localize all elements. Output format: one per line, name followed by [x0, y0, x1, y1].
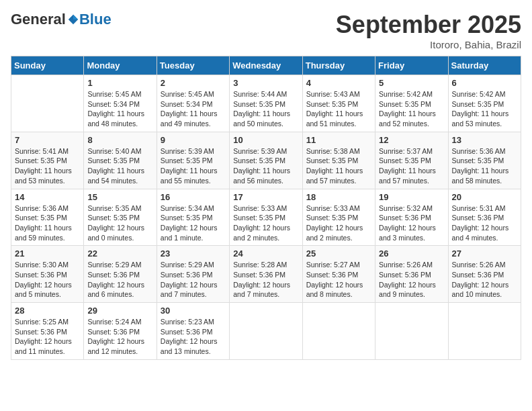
day-number: 5: [379, 78, 444, 88]
day-number: 23: [161, 248, 226, 259]
day-number: 28: [15, 306, 80, 316]
day-info: Sunrise: 5:29 AM Sunset: 5:36 PM Dayligh…: [87, 260, 152, 300]
day-number: 6: [452, 78, 517, 88]
calendar-cell: 15Sunrise: 5:35 AM Sunset: 5:35 PM Dayli…: [84, 189, 157, 246]
calendar-table: SundayMondayTuesdayWednesdayThursdayFrid…: [11, 56, 521, 360]
day-number: 25: [306, 248, 371, 259]
calendar-cell: 29Sunrise: 5:24 AM Sunset: 5:36 PM Dayli…: [84, 303, 157, 360]
day-info: Sunrise: 5:33 AM Sunset: 5:35 PM Dayligh…: [233, 203, 298, 243]
col-header-wednesday: Wednesday: [230, 56, 302, 75]
day-number: 19: [379, 192, 444, 202]
day-info: Sunrise: 5:31 AM Sunset: 5:36 PM Dayligh…: [452, 203, 517, 243]
day-info: Sunrise: 5:37 AM Sunset: 5:35 PM Dayligh…: [379, 146, 444, 186]
location-subtitle: Itororo, Bahia, Brazil: [336, 39, 521, 50]
day-info: Sunrise: 5:43 AM Sunset: 5:35 PM Dayligh…: [306, 89, 371, 129]
day-info: Sunrise: 5:27 AM Sunset: 5:36 PM Dayligh…: [306, 260, 371, 300]
logo-general-text: General: [11, 11, 66, 28]
calendar-cell: 25Sunrise: 5:27 AM Sunset: 5:36 PM Dayli…: [302, 246, 375, 303]
day-number: 11: [306, 135, 371, 145]
calendar-header-row: SundayMondayTuesdayWednesdayThursdayFrid…: [11, 56, 521, 75]
day-info: Sunrise: 5:36 AM Sunset: 5:35 PM Dayligh…: [15, 203, 80, 243]
calendar-week-4: 21Sunrise: 5:30 AM Sunset: 5:36 PM Dayli…: [11, 246, 521, 303]
day-info: Sunrise: 5:44 AM Sunset: 5:35 PM Dayligh…: [233, 89, 298, 129]
col-header-friday: Friday: [375, 56, 448, 75]
day-number: 8: [87, 135, 152, 145]
calendar-cell: 19Sunrise: 5:32 AM Sunset: 5:36 PM Dayli…: [375, 189, 448, 246]
day-info: Sunrise: 5:45 AM Sunset: 5:34 PM Dayligh…: [161, 89, 226, 129]
calendar-cell: 17Sunrise: 5:33 AM Sunset: 5:35 PM Dayli…: [230, 189, 302, 246]
day-number: 22: [87, 248, 152, 259]
day-info: Sunrise: 5:42 AM Sunset: 5:35 PM Dayligh…: [452, 89, 517, 129]
day-info: Sunrise: 5:33 AM Sunset: 5:35 PM Dayligh…: [306, 203, 371, 243]
calendar-cell: [302, 303, 375, 360]
calendar-cell: 12Sunrise: 5:37 AM Sunset: 5:35 PM Dayli…: [375, 132, 448, 189]
calendar-cell: 10Sunrise: 5:39 AM Sunset: 5:35 PM Dayli…: [230, 132, 302, 189]
col-header-monday: Monday: [84, 56, 157, 75]
calendar-cell: 14Sunrise: 5:36 AM Sunset: 5:35 PM Dayli…: [11, 189, 84, 246]
col-header-tuesday: Tuesday: [157, 56, 229, 75]
calendar-cell: 5Sunrise: 5:42 AM Sunset: 5:35 PM Daylig…: [375, 75, 448, 132]
day-number: 30: [161, 306, 226, 316]
calendar-cell: 9Sunrise: 5:39 AM Sunset: 5:35 PM Daylig…: [157, 132, 229, 189]
calendar-cell: 13Sunrise: 5:36 AM Sunset: 5:35 PM Dayli…: [448, 132, 521, 189]
calendar-week-2: 7Sunrise: 5:41 AM Sunset: 5:35 PM Daylig…: [11, 132, 521, 189]
calendar-cell: [375, 303, 448, 360]
day-info: Sunrise: 5:40 AM Sunset: 5:35 PM Dayligh…: [87, 146, 152, 186]
logo-blue-text: Blue: [79, 11, 112, 28]
day-info: Sunrise: 5:26 AM Sunset: 5:36 PM Dayligh…: [379, 260, 444, 300]
day-info: Sunrise: 5:26 AM Sunset: 5:36 PM Dayligh…: [452, 260, 517, 300]
day-info: Sunrise: 5:39 AM Sunset: 5:35 PM Dayligh…: [233, 146, 298, 186]
day-info: Sunrise: 5:28 AM Sunset: 5:36 PM Dayligh…: [233, 260, 298, 300]
day-number: 15: [87, 192, 152, 202]
logo: General Blue: [11, 11, 112, 28]
day-number: 24: [233, 248, 298, 259]
calendar-cell: 22Sunrise: 5:29 AM Sunset: 5:36 PM Dayli…: [84, 246, 157, 303]
title-block: September 2025 Itororo, Bahia, Brazil: [336, 11, 521, 50]
calendar-cell: 27Sunrise: 5:26 AM Sunset: 5:36 PM Dayli…: [448, 246, 521, 303]
day-number: 12: [379, 135, 444, 145]
day-number: 14: [15, 192, 80, 202]
day-number: 9: [161, 135, 226, 145]
calendar-cell: [11, 75, 84, 132]
day-number: 29: [87, 306, 152, 316]
day-number: 21: [15, 248, 80, 259]
calendar-cell: 30Sunrise: 5:23 AM Sunset: 5:36 PM Dayli…: [157, 303, 229, 360]
svg-marker-1: [73, 15, 78, 19]
calendar-cell: 28Sunrise: 5:25 AM Sunset: 5:36 PM Dayli…: [11, 303, 84, 360]
month-title: September 2025: [336, 11, 521, 39]
day-number: 26: [379, 248, 444, 259]
col-header-sunday: Sunday: [11, 56, 84, 75]
calendar-week-5: 28Sunrise: 5:25 AM Sunset: 5:36 PM Dayli…: [11, 303, 521, 360]
day-info: Sunrise: 5:38 AM Sunset: 5:35 PM Dayligh…: [306, 146, 371, 186]
calendar-cell: 23Sunrise: 5:29 AM Sunset: 5:36 PM Dayli…: [157, 246, 229, 303]
calendar-cell: 18Sunrise: 5:33 AM Sunset: 5:35 PM Dayli…: [302, 189, 375, 246]
day-info: Sunrise: 5:29 AM Sunset: 5:36 PM Dayligh…: [161, 260, 226, 300]
calendar-cell: 6Sunrise: 5:42 AM Sunset: 5:35 PM Daylig…: [448, 75, 521, 132]
day-number: 4: [306, 78, 371, 88]
day-info: Sunrise: 5:34 AM Sunset: 5:35 PM Dayligh…: [161, 203, 226, 243]
day-number: 27: [452, 248, 517, 259]
calendar-cell: 26Sunrise: 5:26 AM Sunset: 5:36 PM Dayli…: [375, 246, 448, 303]
day-number: 10: [233, 135, 298, 145]
calendar-cell: 24Sunrise: 5:28 AM Sunset: 5:36 PM Dayli…: [230, 246, 302, 303]
day-info: Sunrise: 5:42 AM Sunset: 5:35 PM Dayligh…: [379, 89, 444, 129]
day-info: Sunrise: 5:25 AM Sunset: 5:36 PM Dayligh…: [15, 317, 80, 357]
day-info: Sunrise: 5:41 AM Sunset: 5:35 PM Dayligh…: [15, 146, 80, 186]
calendar-cell: 7Sunrise: 5:41 AM Sunset: 5:35 PM Daylig…: [11, 132, 84, 189]
calendar-cell: [230, 303, 302, 360]
calendar-cell: 11Sunrise: 5:38 AM Sunset: 5:35 PM Dayli…: [302, 132, 375, 189]
logo-icon: [67, 13, 79, 26]
calendar-cell: 2Sunrise: 5:45 AM Sunset: 5:34 PM Daylig…: [157, 75, 229, 132]
day-number: 3: [233, 78, 298, 88]
calendar-cell: [448, 303, 521, 360]
calendar-cell: 16Sunrise: 5:34 AM Sunset: 5:35 PM Dayli…: [157, 189, 229, 246]
calendar-week-1: 1Sunrise: 5:45 AM Sunset: 5:34 PM Daylig…: [11, 75, 521, 132]
day-number: 2: [161, 78, 226, 88]
calendar-cell: 1Sunrise: 5:45 AM Sunset: 5:34 PM Daylig…: [84, 75, 157, 132]
calendar-cell: 3Sunrise: 5:44 AM Sunset: 5:35 PM Daylig…: [230, 75, 302, 132]
day-info: Sunrise: 5:32 AM Sunset: 5:36 PM Dayligh…: [379, 203, 444, 243]
day-info: Sunrise: 5:24 AM Sunset: 5:36 PM Dayligh…: [87, 317, 152, 357]
day-number: 17: [233, 192, 298, 202]
day-info: Sunrise: 5:35 AM Sunset: 5:35 PM Dayligh…: [87, 203, 152, 243]
calendar-cell: 21Sunrise: 5:30 AM Sunset: 5:36 PM Dayli…: [11, 246, 84, 303]
